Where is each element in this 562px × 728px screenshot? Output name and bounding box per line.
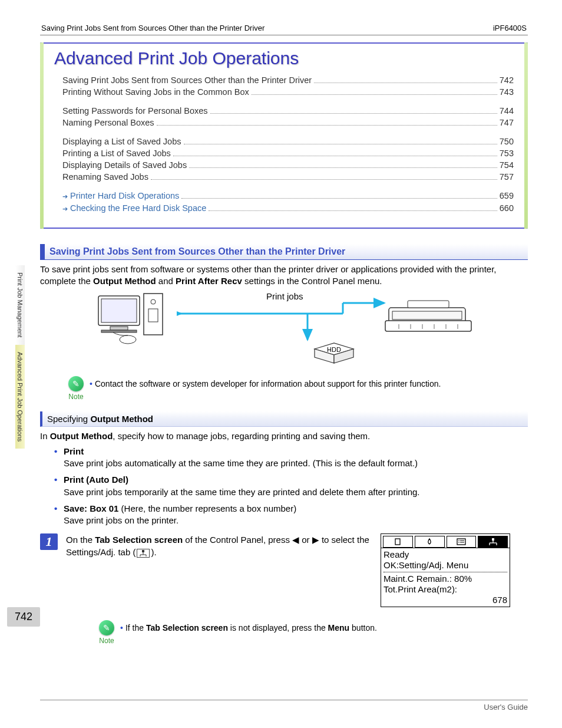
svg-rect-27 <box>142 550 144 552</box>
footer: User's Guide <box>40 700 528 711</box>
svg-rect-19 <box>385 321 471 331</box>
lcd-line: Maint.C Remain.: 80% <box>384 574 507 584</box>
list-item: Save: Box 01 (Here, the number represent… <box>54 503 528 527</box>
toc-group-3: Displaying a List of Saved Jobs750 Print… <box>62 136 514 183</box>
bullet-list: Print Save print jobs automatically at t… <box>54 446 528 527</box>
arrow-right-icon: ➔ <box>62 190 68 202</box>
lcd-body: Ready OK:Setting/Adj. Menu Maint.C Remai… <box>381 548 510 607</box>
toc-row[interactable]: ➔ Checking the Free Hard Disk Space660 <box>62 202 514 215</box>
settings-tab-icon <box>137 549 150 558</box>
subheading: Specifying Output Method <box>40 411 528 427</box>
toc-row[interactable]: Saving Print Jobs Sent from Sources Othe… <box>62 74 514 86</box>
svg-point-7 <box>120 335 136 344</box>
intro-paragraph: To save print jobs sent from software or… <box>40 263 528 288</box>
lcd-panel: Ready OK:Setting/Adj. Menu Maint.C Remai… <box>381 533 510 607</box>
note-block-1: ✎ Note •Contact the software or system d… <box>68 376 528 401</box>
lcd-line: 678 <box>384 595 507 605</box>
page-number-badge: 742 <box>7 607 40 627</box>
toc-row[interactable]: Setting Passwords for Personal Boxes744 <box>62 105 514 117</box>
note-text: •If the Tab Selection screen is not disp… <box>120 622 377 634</box>
side-tab-strip: Print Job Management Advanced Print Job … <box>15 265 27 449</box>
footer-text: User's Guide <box>484 703 528 711</box>
lcd-line: Tot.Print Area(m2): <box>384 584 507 595</box>
header-row: Saving Print Jobs Sent from Sources Othe… <box>40 24 528 35</box>
lcd-line: Ready <box>384 549 507 560</box>
step-1-row: 1 On the Tab Selection screen of the Con… <box>40 533 528 607</box>
svg-rect-32 <box>395 539 400 545</box>
toc-row[interactable]: Printing a List of Saved Jobs753 <box>62 147 514 159</box>
toc-label: Printing Without Saving Jobs in the Comm… <box>62 86 249 98</box>
lcd-tab-row <box>381 534 510 548</box>
list-item: Print Save print jobs automatically at t… <box>54 446 528 470</box>
side-tab-print-job-mgmt[interactable]: Print Job Management <box>15 265 25 345</box>
note-label: Note <box>68 393 84 401</box>
toc-row[interactable]: Printing Without Saving Jobs in the Comm… <box>62 86 514 98</box>
section-heading: Saving Print Jobs Sent from Sources Othe… <box>40 244 528 260</box>
note-block-2: ✎ Note •If the Tab Selection screen is n… <box>99 620 528 645</box>
svg-point-34 <box>458 540 459 541</box>
toc-row[interactable]: Displaying a List of Saved Jobs750 <box>62 136 514 147</box>
note-text: •Contact the software or system develope… <box>90 378 441 390</box>
bullet-icon: • <box>120 623 123 633</box>
output-method-intro: In Output Method, specify how to manage … <box>40 430 528 442</box>
flow-arrows <box>154 297 402 362</box>
svg-rect-1 <box>101 299 137 322</box>
flow-diagram: Print jobs HDD <box>95 291 472 368</box>
svg-rect-3 <box>101 330 137 332</box>
title-panel: Advanced Print Job Operations Saving Pri… <box>40 42 528 229</box>
svg-rect-33 <box>457 539 465 545</box>
toc-row[interactable]: Renaming Saved Jobs757 <box>62 171 514 183</box>
svg-rect-26 <box>408 301 449 308</box>
svg-rect-2 <box>110 327 128 330</box>
pencil-icon: ✎ <box>99 620 114 635</box>
toc-dots <box>314 83 497 83</box>
toc-row[interactable]: Displaying Details of Saved Jobs754 <box>62 159 514 171</box>
toc-group-1: Saving Print Jobs Sent from Sources Othe… <box>62 74 514 98</box>
toc-page: 742 <box>500 74 514 86</box>
toc-row[interactable]: ➔ Printer Hard Disk Operations659 <box>62 190 514 202</box>
toc-page: 743 <box>500 86 514 98</box>
toc-row[interactable]: Naming Personal Boxes747 <box>62 117 514 129</box>
hdd-icon: HDD <box>313 342 355 365</box>
lcd-divider <box>384 572 507 572</box>
printer-icon <box>384 297 472 338</box>
svg-rect-18 <box>392 311 462 319</box>
lcd-tab-settings-icon <box>478 536 508 548</box>
toc-label: Saving Print Jobs Sent from Sources Othe… <box>62 74 312 86</box>
svg-marker-13 <box>177 311 183 316</box>
list-item: Print (Auto Del) Save print jobs tempora… <box>54 474 528 498</box>
breadcrumb: Saving Print Jobs Sent from Sources Othe… <box>41 24 265 32</box>
lcd-tab-ink-icon <box>415 536 445 548</box>
hdd-text: HDD <box>327 346 341 353</box>
lcd-tab-paper-icon <box>383 536 413 548</box>
page-title: Advanced Print Job Operations <box>54 48 514 68</box>
lcd-line: OK:Setting/Adj. Menu <box>384 560 507 571</box>
bullet-icon: • <box>90 379 92 388</box>
lcd-tab-job-icon <box>447 536 477 548</box>
model-label: iPF6400S <box>493 24 527 32</box>
svg-point-35 <box>458 542 459 543</box>
pencil-icon: ✎ <box>68 376 84 391</box>
toc-group-2: Setting Passwords for Personal Boxes744 … <box>62 105 514 129</box>
svg-rect-38 <box>492 538 494 541</box>
arrow-right-icon: ➔ <box>62 203 68 215</box>
side-tab-advanced-ops[interactable]: Advanced Print Job Operations <box>15 345 25 449</box>
step-text: On the Tab Selection screen of the Contr… <box>66 533 372 558</box>
step-number: 1 <box>40 533 58 550</box>
note-label: Note <box>99 637 114 645</box>
toc-group-4: ➔ Printer Hard Disk Operations659 ➔ Chec… <box>62 190 514 215</box>
